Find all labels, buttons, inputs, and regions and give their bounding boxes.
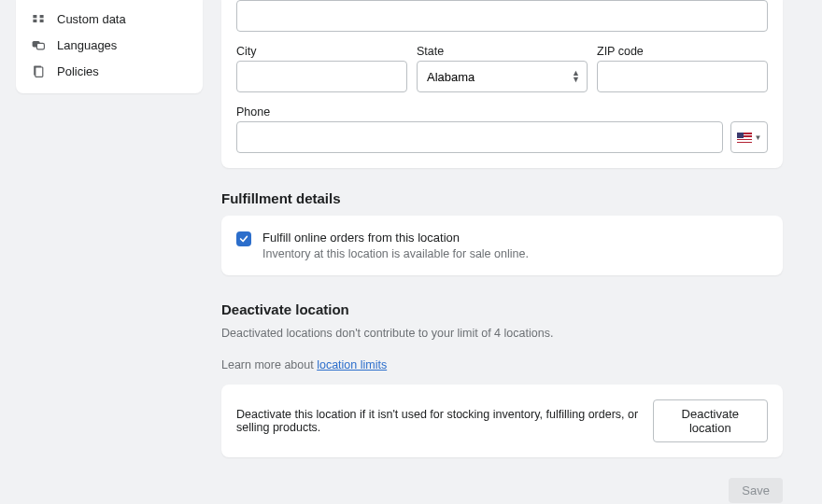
zip-label: ZIP code [597, 45, 768, 58]
svg-rect-1 [36, 43, 44, 49]
deactivate-title: Deactivate location [221, 301, 783, 317]
city-input[interactable] [236, 61, 407, 92]
location-limits-link[interactable]: location limits [317, 358, 387, 371]
deactivate-card: Deactivate this location if it isn't use… [221, 385, 783, 457]
sidebar-item-languages[interactable]: Languages [16, 32, 203, 58]
deactivate-card-text: Deactivate this location if it isn't use… [236, 408, 653, 434]
fulfill-checkbox[interactable] [236, 231, 251, 246]
city-label: City [236, 45, 407, 58]
address-line2-input[interactable] [236, 0, 768, 32]
sidebar-item-label: Languages [57, 38, 117, 52]
us-flag-icon [737, 133, 752, 143]
address-card: City State Alabama ▲▼ ZIP code [221, 0, 783, 168]
state-select[interactable]: Alabama [417, 61, 588, 92]
save-button[interactable]: Save [729, 478, 783, 503]
deactivate-subtitle: Deactivated locations don't contribute t… [221, 327, 783, 340]
check-icon [239, 234, 248, 244]
sidebar-item-custom-data[interactable]: Custom data [16, 6, 203, 32]
main-content: City State Alabama ▲▼ ZIP code [221, 0, 783, 504]
fulfillment-title: Fulfillment details [221, 190, 783, 206]
phone-input[interactable] [236, 121, 723, 153]
languages-icon [31, 37, 46, 52]
state-label: State [417, 45, 588, 58]
custom-data-icon [31, 11, 46, 26]
zip-input[interactable] [597, 61, 768, 92]
country-code-button[interactable]: ▼ [730, 121, 768, 153]
policies-icon [31, 63, 46, 78]
chevron-down-icon: ▼ [755, 133, 762, 142]
save-row: Save [221, 478, 783, 504]
fulfillment-card: Fulfill online orders from this location… [221, 216, 783, 275]
fulfill-checkbox-sub: Inventory at this location is available … [262, 247, 529, 260]
deactivate-location-button[interactable]: Deactivate location [653, 399, 768, 442]
sidebar-item-label: Policies [57, 64, 99, 78]
phone-label: Phone [236, 105, 768, 119]
svg-rect-3 [35, 67, 43, 77]
sidebar-item-label: Custom data [57, 12, 126, 26]
learn-more-text: Learn more about location limits [221, 358, 783, 371]
sidebar-item-policies[interactable]: Policies [16, 58, 203, 84]
settings-sidebar: Custom data Languages Policies [16, 0, 203, 93]
fulfill-checkbox-label: Fulfill online orders from this location [262, 231, 529, 245]
